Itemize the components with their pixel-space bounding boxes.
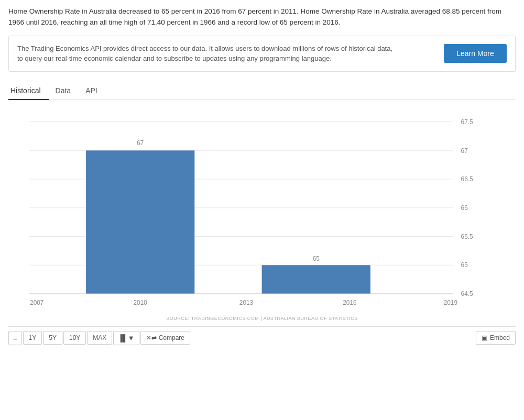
bar-2016: [262, 265, 370, 294]
tab-data[interactable]: Data: [53, 82, 80, 100]
chart-container: 67.5 67 66.5 66 65.5 65 64.5 67 65 2007 …: [8, 105, 516, 315]
svg-text:2016: 2016: [343, 299, 357, 306]
compare-label: Compare: [159, 334, 184, 341]
toolbar-left: ≡ 1Y 5Y 10Y MAX ▐▌▼ ✕⇌ Compare: [8, 331, 190, 345]
embed-label: Embed: [490, 334, 510, 341]
svg-text:66.5: 66.5: [461, 175, 473, 183]
bar-2010: [86, 150, 194, 294]
toolbar: ≡ 1Y 5Y 10Y MAX ▐▌▼ ✕⇌ Compare ▣ Embed: [8, 326, 516, 345]
api-banner-text: The Trading Economics API provides direc…: [17, 43, 395, 64]
api-banner: The Trading Economics API provides direc…: [8, 36, 516, 72]
svg-text:65: 65: [461, 261, 468, 269]
svg-text:2019: 2019: [444, 299, 458, 306]
svg-text:2007: 2007: [30, 299, 44, 306]
svg-text:2013: 2013: [239, 299, 254, 306]
chart-type-button[interactable]: ▐▌▼: [113, 331, 139, 345]
embed-button[interactable]: ▣ Embed: [476, 331, 516, 345]
svg-text:64.5: 64.5: [461, 290, 473, 297]
svg-text:67: 67: [137, 139, 144, 146]
learn-more-button[interactable]: Learn More: [444, 44, 507, 63]
chart-type-icon: ▐▌▼: [118, 334, 134, 342]
toolbar-right: ▣ Embed: [476, 331, 516, 345]
1y-button[interactable]: 1Y: [23, 331, 42, 345]
svg-text:67.5: 67.5: [461, 118, 473, 125]
svg-text:65: 65: [313, 255, 320, 262]
embed-icon: ▣: [482, 334, 487, 341]
tab-api[interactable]: API: [83, 82, 106, 100]
tabs-container: Historical Data API: [8, 82, 516, 100]
description-text: Home Ownership Rate in Australia decreas…: [8, 6, 516, 28]
chart-source: SOURCE: TRADINGECONOMICS.COM | AUSTRALIA…: [8, 316, 516, 321]
tab-historical[interactable]: Historical: [8, 82, 49, 100]
compare-icon: ✕⇌: [146, 334, 157, 341]
10y-button[interactable]: 10Y: [63, 331, 86, 345]
bar-chart: 67.5 67 66.5 66 65.5 65 64.5 67 65 2007 …: [8, 105, 484, 315]
svg-text:2010: 2010: [134, 299, 148, 306]
list-view-button[interactable]: ≡: [8, 331, 22, 345]
max-button[interactable]: MAX: [87, 331, 112, 345]
svg-text:66: 66: [461, 204, 468, 211]
svg-text:65.5: 65.5: [461, 233, 473, 240]
svg-text:67: 67: [461, 147, 468, 154]
compare-button[interactable]: ✕⇌ Compare: [140, 331, 190, 345]
5y-button[interactable]: 5Y: [43, 331, 62, 345]
